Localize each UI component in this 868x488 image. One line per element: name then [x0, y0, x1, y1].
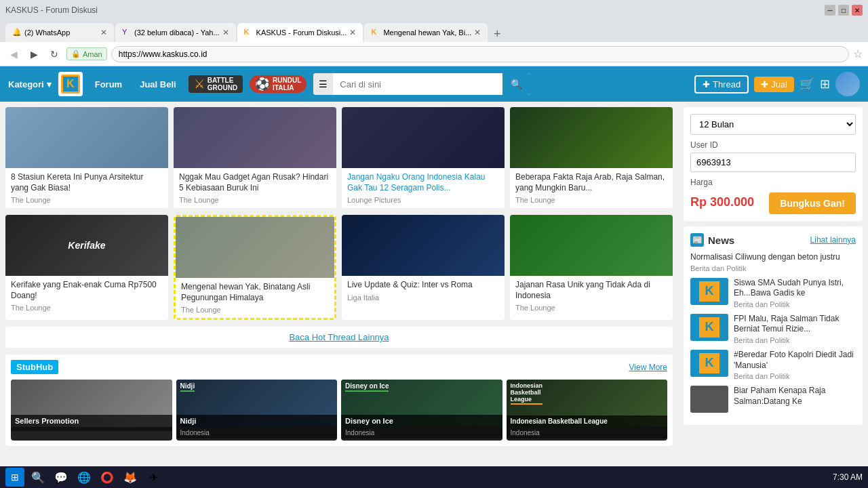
news-category: Berita dan Politik: [734, 336, 856, 344]
news-item[interactable]: Normalisasi Ciliwung dengan beton justru…: [690, 252, 856, 272]
article-card[interactable]: Jangan Ngaku Orang Indonesia Kalau Gak T…: [342, 107, 505, 208]
tab-kaskus-close[interactable]: ✕: [349, 28, 356, 37]
article-card[interactable]: Jajanan Rasa Unik yang Tidak Ada di Indo…: [510, 215, 673, 320]
grid-icon[interactable]: ⊞: [820, 77, 830, 92]
bookmark-icon[interactable]: ☆: [853, 47, 863, 60]
article-info: Jangan Ngaku Orang Indonesia Kalau Gak T…: [342, 168, 505, 208]
article-image: [176, 217, 334, 278]
new-tab-button[interactable]: +: [489, 26, 505, 42]
subscription-select[interactable]: 12 Bulan: [690, 114, 856, 135]
user-avatar[interactable]: [835, 72, 860, 96]
tab-whatsapp-close[interactable]: ✕: [100, 28, 107, 37]
rundul-label: RUNDULITALIA: [273, 77, 301, 92]
telegram-icon: ✈: [149, 471, 158, 484]
tab-yak[interactable]: K Mengenal hewan Yak, Bi... ✕: [364, 23, 488, 42]
article-card[interactable]: Kerifake Kerifake yang Enak-enak Cuma Rp…: [5, 215, 168, 320]
url-input[interactable]: [111, 46, 849, 62]
maximize-btn[interactable]: □: [838, 5, 849, 16]
search-input[interactable]: [333, 74, 502, 95]
forward-button[interactable]: ▶: [26, 46, 42, 62]
event-card-disney[interactable]: Disney on Ice Disney on Ice Indonesia: [341, 380, 502, 441]
rundul-button[interactable]: ⚽ RUNDULITALIA: [250, 75, 307, 93]
event-bg: IndonesianBasketballLeague Indonesian Ba…: [507, 380, 668, 427]
taskbar-cortana[interactable]: 💬: [52, 468, 71, 487]
tab-yak-close[interactable]: ✕: [474, 28, 481, 37]
secure-label: Aman: [83, 50, 102, 58]
reload-button[interactable]: ↻: [46, 46, 62, 62]
lihat-lainnya-link[interactable]: Lihat lainnya: [810, 235, 856, 245]
article-image: [5, 107, 168, 168]
taskbar-mozilla[interactable]: 🦊: [121, 468, 140, 487]
jual-label: Jual: [771, 79, 787, 89]
event-footer: Indonesia: [176, 427, 338, 439]
article-card[interactable]: Live Update & Quiz: Inter vs Roma Liga I…: [342, 215, 505, 320]
article-info: Kerifake yang Enak-enak Cuma Rp7500 Doan…: [5, 276, 168, 316]
tab-yahoo[interactable]: Y (32 belum dibaca) - Yah... ✕: [115, 23, 236, 42]
article-category: The Lounge: [11, 196, 163, 204]
event-card-nidji[interactable]: Nidji Nidji Indonesia: [176, 380, 338, 441]
content-area: 8 Stasiun Kereta Ini Punya Arsitektur ya…: [0, 102, 678, 488]
article-card[interactable]: Nggak Mau Gadget Agan Rusak? Hindari 5 K…: [174, 107, 336, 208]
news-headline: FPI Malu, Raja Salman Tidak Berniat Temu…: [734, 314, 856, 335]
jual-button[interactable]: ✚ Jual: [754, 77, 794, 92]
kerifake-text: Kerifake: [68, 240, 105, 251]
cart-icon[interactable]: 🛒: [800, 77, 814, 92]
taskbar-chrome[interactable]: ⭕: [98, 468, 117, 487]
battle-ground-button[interactable]: ⚔ BATTLE GROUND: [189, 75, 243, 93]
harga-label: Harga: [690, 178, 856, 187]
chevron-down-icon: ▾: [47, 79, 52, 89]
taskbar-item[interactable]: 🔍: [28, 468, 47, 487]
back-button[interactable]: ◀: [5, 46, 22, 62]
article-info: 8 Stasiun Kereta Ini Punya Arsitektur ya…: [5, 168, 168, 208]
taskbar-ie[interactable]: 🌐: [75, 468, 94, 487]
news-thumbnail: K: [690, 314, 728, 341]
kaskus-logo[interactable]: K: [58, 72, 83, 96]
search-toggle-button[interactable]: ☰: [313, 73, 333, 95]
bungkus-button[interactable]: Bungkus Gan!: [769, 192, 856, 214]
news-icon: 📰: [690, 233, 704, 247]
news-item[interactable]: K Siswa SMA Sudah Punya Istri, Eh...Bawa…: [690, 278, 856, 308]
article-title: Nggak Mau Gadget Agan Rusak? Hindari 5 K…: [179, 172, 331, 193]
yak-favicon: K: [371, 28, 380, 37]
article-title: Mengenal hewan Yak, Binatang Asli Pegunu…: [181, 282, 329, 303]
ie-icon: 🌐: [77, 471, 91, 484]
news-item[interactable]: K FPI Malu, Raja Salman Tidak Berniat Te…: [690, 314, 856, 344]
user-id-input[interactable]: [690, 152, 856, 172]
jual-beli-nav[interactable]: Jual Beli: [134, 79, 181, 89]
article-image: [342, 107, 505, 168]
tab-yahoo-close[interactable]: ✕: [222, 28, 229, 37]
article-info: Jajanan Rasa Unik yang Tidak Ada di Indo…: [510, 276, 673, 316]
tab-kaskus[interactable]: K KASKUS - Forum Diskusi... ✕: [237, 23, 363, 42]
kaskus-k-icon: K: [705, 356, 714, 370]
news-text: #Beredar Foto Kapolri Diedit Jadi 'Manus…: [734, 350, 856, 380]
article-title: Jajanan Rasa Unik yang Tidak Ada di Indo…: [515, 280, 667, 301]
thread-label: Thread: [713, 79, 741, 89]
tab-whatsapp[interactable]: 🔔 (2) WhatsApp ✕: [5, 23, 114, 42]
news-item[interactable]: K #Beredar Foto Kapolri Diedit Jadi 'Man…: [690, 350, 856, 380]
event-card-ibl[interactable]: IndonesianBasketballLeague Indonesian Ba…: [507, 380, 668, 441]
search-submit-button[interactable]: 🔍: [502, 73, 530, 95]
forum-nav[interactable]: Forum: [90, 79, 127, 89]
start-button[interactable]: ⊞: [5, 468, 24, 487]
article-category: The Lounge: [11, 304, 163, 312]
kaskus-k-icon: K: [705, 284, 714, 298]
kategori-label: Kategori: [8, 79, 44, 89]
thread-button[interactable]: ✚ Thread: [694, 75, 749, 94]
kategori-button[interactable]: Kategori ▾: [8, 79, 52, 89]
news-item[interactable]: Biar Paham Kenapa Raja Salman:Datang Ke: [690, 386, 856, 413]
news-title-text: News: [708, 235, 734, 246]
article-card[interactable]: Beberapa Fakta Raja Arab, Raja Salman, y…: [510, 107, 673, 208]
article-card[interactable]: 8 Stasiun Kereta Ini Punya Arsitektur ya…: [5, 107, 168, 208]
article-card-highlighted[interactable]: Mengenal hewan Yak, Binatang Asli Pegunu…: [174, 215, 336, 320]
event-card-sellers[interactable]: Sellers Promotion: [11, 380, 172, 441]
view-more-link[interactable]: View More: [629, 363, 667, 372]
news-thumb-inner: K: [697, 279, 722, 304]
minimize-btn[interactable]: ─: [825, 5, 835, 16]
close-btn[interactable]: ✕: [852, 5, 863, 16]
hot-thread-link[interactable]: Baca Hot Thread Lainnya: [5, 327, 673, 348]
window-controls: ─ □ ✕: [825, 5, 863, 16]
news-headline: #Beredar Foto Kapolri Diedit Jadi 'Manus…: [734, 350, 856, 371]
taskbar-telegram[interactable]: ✈: [144, 468, 163, 487]
news-thumb-inner: K: [697, 315, 722, 340]
article-category: The Lounge: [181, 306, 329, 314]
